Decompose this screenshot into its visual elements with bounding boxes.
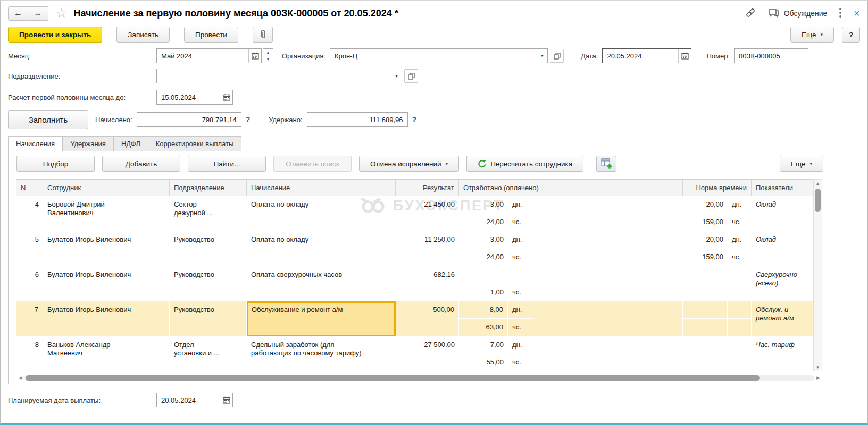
norm-days-unit[interactable] xyxy=(728,266,752,284)
month-stepper[interactable]: ▲ ▼ xyxy=(263,48,273,63)
table-row[interactable]: 6 Булатов Игорь Виленович Руководство Оп… xyxy=(16,266,813,301)
result-cell[interactable]: 21 450,00 xyxy=(396,196,459,231)
worked-days-cell[interactable]: 8,00 xyxy=(459,301,508,319)
worked-days-unit[interactable] xyxy=(508,266,533,284)
scroll-up-icon[interactable]: ▲ xyxy=(816,180,820,187)
withheld-value[interactable]: 111 689,96 xyxy=(307,112,408,127)
scroll-right-icon[interactable]: ▶ xyxy=(814,375,822,380)
attachments-button[interactable] xyxy=(253,27,273,42)
norm-days-unit[interactable] xyxy=(728,336,752,354)
norm-hours-unit[interactable]: чс. xyxy=(728,249,752,266)
add-button[interactable]: Добавить xyxy=(102,156,180,172)
add-columns-button[interactable] xyxy=(596,156,616,172)
accrued-value[interactable]: 798 791,14 xyxy=(137,112,241,127)
calendar-icon[interactable] xyxy=(220,393,232,407)
row-number-cell[interactable]: 6 xyxy=(16,266,43,301)
worked-hours-cell[interactable]: 24,00 xyxy=(459,214,508,231)
vertical-scrollbar[interactable]: ▲ ▼ xyxy=(813,179,822,371)
worked-hours-cell[interactable]: 24,00 xyxy=(459,249,508,266)
worked-hours-cell[interactable]: 63,00 xyxy=(459,319,508,336)
worked-hours-unit[interactable]: чс. xyxy=(508,354,533,371)
pick-button[interactable]: Подбор xyxy=(16,156,95,172)
table-row[interactable]: 8 Ваньков Александр Матвеевич Отдел уста… xyxy=(16,336,813,371)
indicator-cell[interactable]: Оклад xyxy=(752,231,813,266)
department-cell[interactable]: Отдел установки и ... xyxy=(170,336,247,371)
worked-days-cell[interactable] xyxy=(459,266,508,284)
accrual-cell[interactable]: Оплата по окладу xyxy=(247,231,396,266)
employee-cell[interactable]: Булатов Игорь Виленович xyxy=(43,301,170,336)
horizontal-scroll-thumb[interactable] xyxy=(26,375,760,381)
favorite-star-icon[interactable]: ☆ xyxy=(56,7,68,20)
dropdown-icon[interactable]: ▾ xyxy=(391,69,402,83)
norm-days-unit[interactable] xyxy=(728,301,752,319)
norm-hours-cell[interactable]: 159,00 xyxy=(683,249,728,266)
norm-hours-cell[interactable] xyxy=(683,319,728,336)
scroll-down-icon[interactable]: ▼ xyxy=(816,363,820,371)
worked-hours-cell[interactable]: 1,00 xyxy=(459,284,508,301)
norm-days-cell[interactable] xyxy=(683,266,728,284)
recalculate-employee-button[interactable]: Пересчитать сотрудника xyxy=(466,156,583,172)
number-input[interactable]: 00ЗК-000005 xyxy=(734,48,808,63)
worked-filler-cell[interactable] xyxy=(533,336,683,371)
accrued-help-icon[interactable]: ? xyxy=(246,115,251,124)
planned-date-input[interactable]: 20.05.2024 xyxy=(156,393,233,407)
accrual-cell[interactable]: Сдельный заработок (для работающих по ча… xyxy=(247,336,396,371)
calendar-icon[interactable] xyxy=(220,90,232,104)
norm-hours-unit[interactable]: чс. xyxy=(728,214,752,231)
post-and-close-button[interactable]: Провести и закрыть xyxy=(8,27,102,42)
discussion-control[interactable]: Обсуждение xyxy=(768,7,828,20)
find-button[interactable]: Найти... xyxy=(188,156,266,172)
worked-days-cell[interactable]: 3,00 xyxy=(459,231,508,249)
withheld-help-icon[interactable]: ? xyxy=(412,115,417,124)
post-button[interactable]: Провести xyxy=(184,27,238,42)
tab-deductions[interactable]: Удержания xyxy=(63,136,114,151)
accrual-cell[interactable]: Оплата по окладу xyxy=(247,196,396,231)
form-more-button[interactable]: Еще ▾ xyxy=(790,27,834,42)
save-button[interactable]: Записать xyxy=(116,27,170,42)
indicator-cell[interactable]: Сверхурочно (всего) xyxy=(752,266,813,301)
employee-cell[interactable]: Ваньков Александр Матвеевич xyxy=(43,336,170,371)
worked-days-unit[interactable]: дн. xyxy=(508,231,533,249)
worked-hours-unit[interactable]: чс. xyxy=(508,249,533,266)
worked-hours-unit[interactable]: чс. xyxy=(508,319,533,336)
worked-filler-cell[interactable] xyxy=(533,231,683,266)
indicator-cell[interactable]: Обслуж. и ремонт а/м xyxy=(752,301,813,336)
norm-hours-cell[interactable]: 159,00 xyxy=(683,214,728,231)
row-number-cell[interactable]: 5 xyxy=(16,231,43,266)
employee-cell[interactable]: Булатов Игорь Виленович xyxy=(43,266,170,301)
department-cell[interactable]: Руководство xyxy=(170,266,247,301)
norm-hours-cell[interactable] xyxy=(683,354,728,371)
table-more-button[interactable]: Еще ▾ xyxy=(780,156,823,172)
table-row[interactable]: 7 Булатов Игорь Виленович Руководство Об… xyxy=(16,301,813,336)
indicator-cell[interactable]: Час. тариф xyxy=(752,336,813,371)
get-link-icon[interactable] xyxy=(745,7,756,20)
help-button[interactable]: ? xyxy=(842,27,860,42)
employee-cell[interactable]: Булатов Игорь Виленович xyxy=(43,231,170,266)
worked-hours-cell[interactable]: 55,00 xyxy=(459,354,508,371)
back-button[interactable]: ← xyxy=(8,6,28,21)
scroll-left-icon[interactable]: ◀ xyxy=(16,375,24,380)
fill-button[interactable]: Заполнить xyxy=(8,110,88,129)
worked-days-cell[interactable]: 7,00 xyxy=(459,336,508,354)
department-cell[interactable]: Сектор дежурной ... xyxy=(170,196,247,231)
department-cell[interactable]: Руководство xyxy=(170,301,247,336)
calc-until-input[interactable]: 15.05.2024 xyxy=(156,90,233,105)
tab-ndfl[interactable]: НДФЛ xyxy=(114,136,148,151)
result-cell[interactable]: 500,00 xyxy=(396,301,459,336)
norm-days-cell[interactable] xyxy=(683,301,728,319)
norm-hours-unit[interactable] xyxy=(728,319,752,336)
norm-hours-cell[interactable] xyxy=(683,284,728,301)
worked-filler-cell[interactable] xyxy=(533,196,683,231)
cancel-corrections-button[interactable]: Отмена исправлений ▾ xyxy=(359,156,459,172)
horizontal-scrollbar[interactable]: ◀ ▶ xyxy=(16,374,822,381)
worked-hours-unit[interactable]: чс. xyxy=(508,214,533,231)
accrual-cell[interactable]: Оплата сверхурочных часов xyxy=(247,266,396,301)
forward-button[interactable]: → xyxy=(28,6,48,21)
worked-days-unit[interactable]: дн. xyxy=(508,301,533,319)
norm-days-cell[interactable]: 20,00 xyxy=(683,231,728,249)
result-cell[interactable]: 682,16 xyxy=(396,266,459,301)
kebab-menu-icon[interactable] xyxy=(839,7,842,20)
calendar-icon[interactable] xyxy=(678,49,691,63)
cancel-search-button[interactable]: Отменить поиск xyxy=(273,156,352,172)
month-input[interactable]: Май 2024 xyxy=(156,48,262,63)
